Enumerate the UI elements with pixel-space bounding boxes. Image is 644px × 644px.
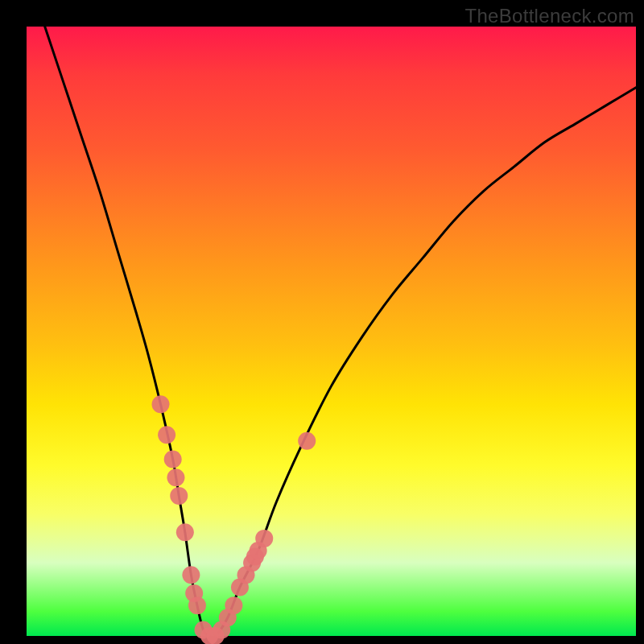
data-point	[298, 432, 316, 450]
points-group	[152, 395, 316, 644]
watermark-text: TheBottleneck.com	[464, 5, 634, 27]
chart-frame: TheBottleneck.com	[0, 0, 644, 644]
data-point	[158, 426, 175, 444]
curve-line	[45, 27, 636, 638]
data-point	[164, 450, 182, 468]
data-point	[170, 487, 188, 505]
data-point	[182, 566, 200, 584]
data-point	[152, 395, 170, 413]
data-point	[225, 597, 242, 614]
plot-area	[27, 27, 636, 636]
data-point	[255, 530, 273, 547]
data-point	[176, 523, 194, 541]
data-point	[167, 469, 184, 486]
data-point	[188, 597, 206, 614]
bottleneck-curve	[27, 27, 636, 636]
curve-group	[45, 27, 636, 638]
